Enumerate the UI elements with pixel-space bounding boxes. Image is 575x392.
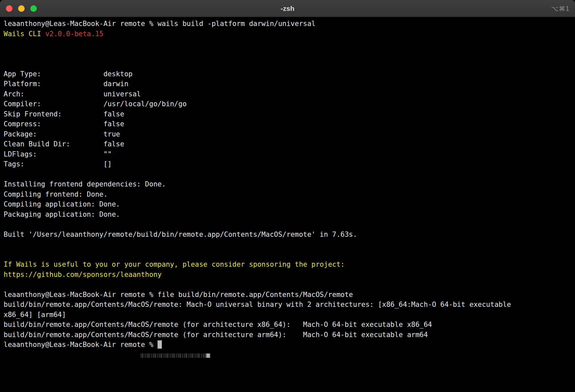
terminal-text-segment: Built '/Users/leaanthony/remote/build/bi…	[4, 231, 357, 238]
terminal-text-segment: Arch: universal	[4, 90, 141, 98]
terminal-text-segment: v2.0.0-beta.15	[45, 30, 103, 38]
window-shortcut-badge: ⌥⌘1	[551, 0, 570, 17]
terminal-cursor	[158, 340, 162, 349]
terminal-line	[4, 59, 571, 69]
terminal-text-segment: Platform: darwin	[4, 80, 128, 88]
terminal-text-segment: Tags: []	[4, 160, 112, 168]
terminal-line: Wails CLI v2.0.0-beta.15	[4, 29, 571, 39]
terminal-text-segment: Wails CLI	[4, 30, 45, 38]
terminal-text-segment: Skip Frontend: false	[4, 110, 124, 118]
terminal-line: Compiler: /usr/local/go/bin/go	[4, 99, 571, 109]
terminal-window: -zsh ⌥⌘1 leaanthony@Leas-MacBook-Air rem…	[0, 0, 575, 392]
minimize-button[interactable]	[18, 5, 25, 12]
background-window-artifact	[141, 354, 211, 358]
terminal-line: build/bin/remote.app/Contents/MacOS/remo…	[4, 300, 571, 310]
terminal-line	[4, 39, 571, 49]
terminal-line: https://github.com/sponsors/leaanthony	[4, 270, 571, 280]
window-title: -zsh	[0, 5, 575, 12]
terminal-line: Built '/Users/leaanthony/remote/build/bi…	[4, 230, 571, 240]
terminal-line: build/bin/remote.app/Contents/MacOS/remo…	[4, 330, 571, 340]
terminal-text-segment: leaanthony@Leas-MacBook-Air remote % fil…	[4, 291, 353, 299]
close-button[interactable]	[6, 5, 12, 12]
terminal-line: Compress: false	[4, 119, 571, 129]
terminal-text-segment: https://github.com/sponsors/leaanthony	[4, 271, 162, 279]
terminal-text-segment: Compiling application: Done.	[4, 200, 120, 208]
terminal-line: Packaging application: Done.	[4, 209, 571, 220]
terminal-line: Installing frontend dependencies: Done.	[4, 179, 571, 189]
terminal-line: Arch: universal	[4, 89, 571, 99]
terminal-line: Package: true	[4, 129, 571, 139]
terminal-line	[4, 169, 571, 180]
terminal-text-segment: LDFlags: ""	[4, 150, 112, 158]
terminal-line: leaanthony@Leas-MacBook-Air remote %	[4, 340, 571, 350]
terminal-text-segment: Packaging application: Done.	[4, 210, 120, 218]
terminal-text-segment: Compiler: /usr/local/go/bin/go	[4, 100, 187, 108]
zoom-button[interactable]	[30, 5, 37, 12]
terminal-line: Clean Build Dir: false	[4, 139, 571, 149]
terminal-line: leaanthony@Leas-MacBook-Air remote % wai…	[4, 19, 571, 29]
terminal-text-segment: build/bin/remote.app/Contents/MacOS/remo…	[4, 321, 432, 329]
terminal-text-segment: leaanthony@Leas-MacBook-Air remote %	[4, 341, 158, 349]
terminal-text-segment: build/bin/remote.app/Contents/MacOS/remo…	[4, 331, 428, 339]
terminal-text-segment: Package: true	[4, 130, 120, 138]
traffic-lights	[0, 5, 37, 12]
terminal-line	[4, 219, 571, 230]
terminal-text-segment: Compress: false	[4, 120, 124, 128]
terminal-text-segment: App Type: desktop	[4, 70, 133, 78]
terminal-line: If Wails is useful to you or your compan…	[4, 259, 571, 270]
artifact-highlight	[206, 354, 210, 358]
terminal-line: App Type: desktop	[4, 69, 571, 79]
terminal-line	[4, 280, 571, 290]
terminal-text-segment: x86_64] [arm64]	[4, 311, 66, 319]
terminal-line: Tags: []	[4, 159, 571, 169]
terminal-text-segment: Installing frontend dependencies: Done.	[4, 180, 166, 188]
terminal-line	[4, 250, 571, 260]
titlebar[interactable]: -zsh ⌥⌘1	[0, 0, 575, 17]
terminal-text-segment: Clean Build Dir: false	[4, 140, 124, 148]
terminal-line: Compiling application: Done.	[4, 199, 571, 209]
terminal-line: Platform: darwin	[4, 79, 571, 89]
terminal-text-segment: leaanthony@Leas-MacBook-Air remote % wai…	[4, 20, 315, 28]
terminal-line: LDFlags: ""	[4, 149, 571, 159]
terminal-line: leaanthony@Leas-MacBook-Air remote % fil…	[4, 290, 571, 300]
terminal-line: build/bin/remote.app/Contents/MacOS/remo…	[4, 320, 571, 330]
terminal-line: x86_64] [arm64]	[4, 310, 571, 320]
terminal-line	[4, 239, 571, 250]
terminal-screen[interactable]: leaanthony@Leas-MacBook-Air remote % wai…	[0, 17, 575, 392]
terminal-text-segment: Compiling frontend: Done.	[4, 190, 108, 198]
terminal-line: Compiling frontend: Done.	[4, 189, 571, 200]
terminal-text-segment: If Wails is useful to you or your compan…	[4, 260, 345, 268]
terminal-text-segment: build/bin/remote.app/Contents/MacOS/remo…	[4, 301, 511, 308]
terminal-line: Skip Frontend: false	[4, 109, 571, 119]
terminal-line	[4, 49, 571, 59]
